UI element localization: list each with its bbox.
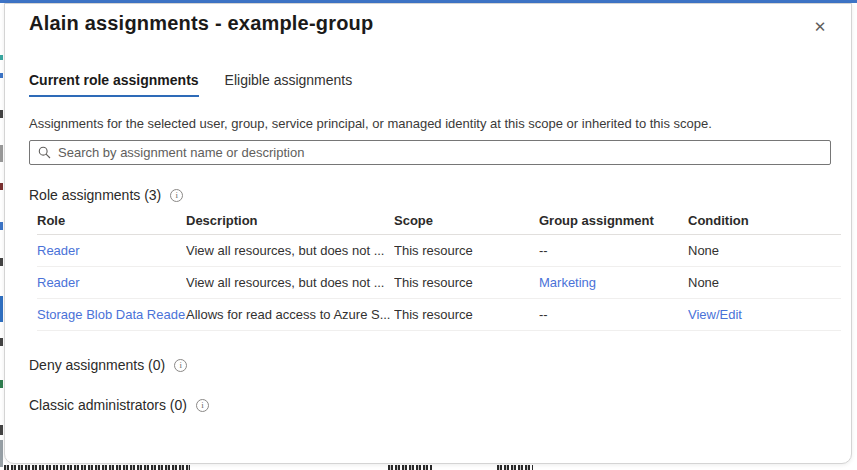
column-header-role: Role bbox=[37, 213, 186, 228]
condition-cell: None bbox=[688, 275, 841, 290]
description-cell: Allows for read access to Azure S... bbox=[186, 307, 394, 322]
search-input[interactable] bbox=[58, 145, 822, 160]
search-icon bbox=[38, 146, 51, 159]
background-edge-fragment bbox=[0, 183, 3, 190]
background-edge-fragment bbox=[0, 55, 3, 60]
group-assignment-cell: -- bbox=[539, 243, 688, 258]
role-assignments-heading-label: Role assignments (3) bbox=[29, 187, 161, 203]
info-icon[interactable]: i bbox=[174, 359, 187, 372]
table-row: Reader View all resources, but does not … bbox=[37, 267, 841, 299]
description-cell: View all resources, but does not ... bbox=[186, 243, 394, 258]
condition-view-edit-link[interactable]: View/Edit bbox=[688, 307, 742, 322]
close-icon[interactable]: ✕ bbox=[809, 16, 831, 38]
description-cell: View all resources, but does not ... bbox=[186, 275, 394, 290]
role-link[interactable]: Reader bbox=[37, 243, 80, 258]
classic-administrators-heading-label: Classic administrators (0) bbox=[29, 397, 187, 413]
group-assignment-cell: -- bbox=[539, 307, 688, 322]
column-header-description: Description bbox=[186, 213, 394, 228]
background-edge-fragment bbox=[0, 145, 3, 162]
background-edge-fragment bbox=[0, 110, 3, 118]
table-row: Storage Blob Data Reader Allows for read… bbox=[37, 299, 841, 331]
scope-cell: This resource bbox=[394, 307, 539, 322]
background-edge-fragment bbox=[0, 258, 3, 266]
page-title: Alain assignments - example-group bbox=[29, 12, 373, 35]
clipped-background-text bbox=[388, 465, 432, 470]
tab-current-role-assignments[interactable]: Current role assignments bbox=[29, 72, 199, 97]
condition-cell: None bbox=[688, 243, 841, 258]
classic-administrators-heading: Classic administrators (0) i bbox=[29, 397, 209, 413]
clipped-background-text bbox=[497, 465, 533, 470]
column-header-scope: Scope bbox=[394, 213, 539, 228]
role-link[interactable]: Reader bbox=[37, 275, 80, 290]
info-icon[interactable]: i bbox=[170, 189, 183, 202]
table-row: Reader View all resources, but does not … bbox=[37, 235, 841, 267]
background-edge-fragment bbox=[0, 380, 3, 388]
background-edge-fragment bbox=[0, 73, 3, 78]
background-edge-fragment bbox=[0, 222, 3, 230]
search-box bbox=[29, 140, 831, 165]
group-assignment-link[interactable]: Marketing bbox=[539, 275, 596, 290]
role-assignments-table: Role Description Scope Group assignment … bbox=[37, 207, 841, 331]
background-edge-fragment bbox=[0, 296, 3, 322]
tab-label: Current role assignments bbox=[29, 72, 199, 88]
role-link[interactable]: Storage Blob Data Reader bbox=[37, 307, 186, 322]
background-edge-fragment bbox=[0, 440, 3, 467]
clipped-background-text bbox=[4, 465, 190, 470]
tab-label: Eligible assignments bbox=[225, 72, 353, 88]
info-icon[interactable]: i bbox=[196, 399, 209, 412]
background-edge-fragment bbox=[0, 338, 3, 346]
scope-cell: This resource bbox=[394, 243, 539, 258]
role-assignments-heading: Role assignments (3) i bbox=[29, 187, 183, 203]
scope-cell: This resource bbox=[394, 275, 539, 290]
assignments-dialog: Alain assignments - example-group ✕ Curr… bbox=[4, 3, 852, 464]
table-header-row: Role Description Scope Group assignment … bbox=[37, 207, 841, 235]
deny-assignments-heading: Deny assignments (0) i bbox=[29, 357, 187, 373]
deny-assignments-heading-label: Deny assignments (0) bbox=[29, 357, 165, 373]
scope-description-text: Assignments for the selected user, group… bbox=[29, 116, 712, 131]
column-header-condition: Condition bbox=[688, 213, 841, 228]
tab-eligible-assignments[interactable]: Eligible assignments bbox=[225, 72, 353, 97]
background-edge-fragment bbox=[0, 425, 3, 435]
column-header-group-assignment: Group assignment bbox=[539, 213, 688, 228]
tab-bar: Current role assignments Eligible assign… bbox=[29, 72, 352, 97]
